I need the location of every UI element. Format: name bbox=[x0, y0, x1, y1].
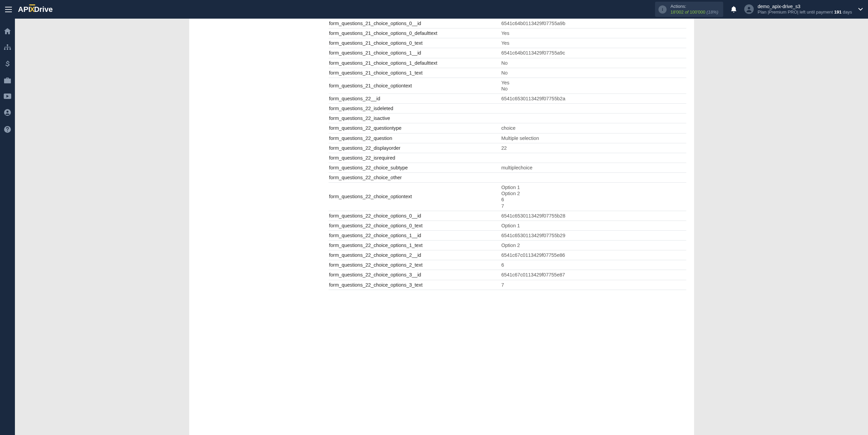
row-key: form_questions_22_choice_optiontext bbox=[329, 183, 501, 211]
sidebar-connections-icon[interactable] bbox=[0, 43, 15, 52]
row-value: choice bbox=[501, 123, 686, 133]
actions-label: Actions: bbox=[671, 4, 718, 9]
table-row: form_questions_22_choice_options_1__id65… bbox=[329, 230, 686, 240]
row-key: form_questions_21_choice_options_1_text bbox=[329, 68, 501, 78]
row-key: form_questions_21_choice_optiontext bbox=[329, 78, 501, 94]
hamburger-menu-icon[interactable] bbox=[5, 7, 12, 12]
key-value-table: form_questions_21_choice_options_0__id65… bbox=[329, 19, 686, 290]
notifications-bell-icon[interactable] bbox=[731, 6, 737, 13]
table-row: form_questions_22_choice_subtypemultiple… bbox=[329, 163, 686, 172]
row-key: form_questions_22_displayorder bbox=[329, 143, 501, 153]
row-value: 6541c6530113429f07755b2a bbox=[501, 94, 686, 104]
row-key: form_questions_21_choice_options_1__id bbox=[329, 48, 501, 58]
row-value: multiplechoice bbox=[501, 163, 686, 172]
table-row: form_questions_22_choice_options_0_textO… bbox=[329, 221, 686, 230]
logo-text-x: X bbox=[30, 5, 35, 14]
row-key: form_questions_22_question bbox=[329, 133, 501, 143]
avatar-icon bbox=[744, 4, 754, 14]
data-table-wrapper: form_questions_21_choice_options_0__id65… bbox=[329, 19, 686, 290]
row-key: form_questions_22_choice_other bbox=[329, 173, 501, 183]
chevron-down-icon[interactable] bbox=[858, 8, 863, 11]
row-key: form_questions_22_choice_options_3_text bbox=[329, 280, 501, 290]
content-panel: form_questions_21_choice_options_0__id65… bbox=[189, 19, 694, 435]
svg-rect-0 bbox=[5, 7, 12, 7]
table-row: form_questions_22_isdeleted bbox=[329, 104, 686, 113]
row-value: Yes bbox=[501, 38, 686, 48]
table-row: form_questions_21_choice_optiontextYes N… bbox=[329, 78, 686, 94]
sidebar-home-icon[interactable] bbox=[0, 27, 15, 36]
top-header: APIXDrive Actions: 18'002 of 100'000 (18… bbox=[0, 0, 868, 19]
sidebar-help-icon[interactable] bbox=[0, 125, 15, 134]
row-key: form_questions_22_isactive bbox=[329, 113, 501, 123]
table-row: form_questions_22_displayorder22 bbox=[329, 143, 686, 153]
row-value bbox=[501, 153, 686, 163]
row-value: 6541c6530113429f07755b29 bbox=[501, 230, 686, 240]
row-key: form_questions_22_choice_options_0__id bbox=[329, 211, 501, 221]
table-row: form_questions_21_choice_options_0__id65… bbox=[329, 19, 686, 28]
actions-used: 18'002 bbox=[671, 9, 684, 15]
sidebar-youtube-icon[interactable] bbox=[0, 92, 15, 100]
row-key: form_questions_22__id bbox=[329, 94, 501, 104]
actions-total: 100'000 bbox=[690, 9, 705, 15]
row-value: 6541c64b0113429f07755a9b bbox=[501, 19, 686, 28]
row-key: form_questions_22_choice_options_1_text bbox=[329, 241, 501, 250]
svg-rect-1 bbox=[5, 9, 12, 10]
row-value: Yes No bbox=[501, 78, 686, 94]
sidebar-billing-icon[interactable] bbox=[0, 59, 15, 69]
svg-rect-9 bbox=[9, 48, 11, 50]
table-row: form_questions_22_choice_optiontextOptio… bbox=[329, 183, 686, 211]
content-area: form_questions_21_choice_options_0__id65… bbox=[15, 19, 868, 435]
user-name: demo_apix-drive_s3 bbox=[758, 3, 852, 9]
user-account-block[interactable]: demo_apix-drive_s3 Plan |Premium PRO| le… bbox=[744, 3, 852, 15]
sidebar-briefcase-icon[interactable] bbox=[0, 76, 15, 85]
row-value: Option 1 bbox=[501, 221, 686, 230]
row-value bbox=[501, 104, 686, 113]
user-info-text: demo_apix-drive_s3 Plan |Premium PRO| le… bbox=[758, 3, 852, 15]
svg-point-12 bbox=[6, 111, 8, 113]
row-value: Multiple selection bbox=[501, 133, 686, 143]
row-key: form_questions_22_isdeleted bbox=[329, 104, 501, 113]
actions-usage-box[interactable]: Actions: 18'002 of 100'000 (18%) bbox=[655, 2, 723, 17]
logo-text-api: API bbox=[18, 5, 31, 14]
svg-rect-8 bbox=[7, 48, 8, 50]
row-key: form_questions_21_choice_options_0_defau… bbox=[329, 28, 501, 38]
row-key: form_questions_22_choice_options_2__id bbox=[329, 250, 501, 260]
table-row: form_questions_21_choice_options_1_textN… bbox=[329, 68, 686, 78]
svg-point-14 bbox=[7, 131, 8, 131]
user-plan: Plan |Premium PRO| left until payment 19… bbox=[758, 9, 852, 15]
actions-percent: (18%) bbox=[707, 9, 718, 15]
svg-rect-6 bbox=[7, 44, 8, 46]
row-value: 6541c64b0113429f07755a9c bbox=[501, 48, 686, 58]
table-row: form_questions_22_choice_options_2_text6 bbox=[329, 260, 686, 270]
row-value bbox=[501, 113, 686, 123]
row-value: 6541c6530113429f07755b28 bbox=[501, 211, 686, 221]
row-key: form_questions_22_isrequired bbox=[329, 153, 501, 163]
actions-text: Actions: 18'002 of 100'000 (18%) bbox=[671, 4, 718, 15]
table-row: form_questions_22_choice_options_0__id65… bbox=[329, 211, 686, 221]
table-row: form_questions_22__id6541c6530113429f077… bbox=[329, 94, 686, 104]
row-value: 6 bbox=[501, 260, 686, 270]
row-value: 22 bbox=[501, 143, 686, 153]
row-key: form_questions_22_choice_subtype bbox=[329, 163, 501, 172]
table-row: form_questions_22_choice_options_3__id65… bbox=[329, 270, 686, 280]
brand-logo[interactable]: APIXDrive bbox=[18, 5, 53, 14]
key-value-tbody: form_questions_21_choice_options_0__id65… bbox=[329, 19, 686, 290]
row-key: form_questions_22_choice_options_3__id bbox=[329, 270, 501, 280]
row-value: Option 2 bbox=[501, 241, 686, 250]
table-row: form_questions_22_choice_options_2__id65… bbox=[329, 250, 686, 260]
row-key: form_questions_21_choice_options_0_text bbox=[329, 38, 501, 48]
sidebar-profile-icon[interactable] bbox=[0, 108, 15, 117]
row-key: form_questions_21_choice_options_1_defau… bbox=[329, 58, 501, 68]
row-value: Option 1 Option 2 6 7 bbox=[501, 183, 686, 211]
table-row: form_questions_21_choice_options_0_defau… bbox=[329, 28, 686, 38]
row-value: No bbox=[501, 58, 686, 68]
row-value: Yes bbox=[501, 28, 686, 38]
svg-point-3 bbox=[662, 8, 663, 8]
svg-rect-7 bbox=[4, 48, 5, 50]
svg-rect-2 bbox=[5, 12, 12, 12]
row-key: form_questions_22_choice_options_2_text bbox=[329, 260, 501, 270]
table-row: form_questions_22_questiontypechoice bbox=[329, 123, 686, 133]
left-sidebar bbox=[0, 19, 15, 435]
table-row: form_questions_22_choice_options_1_textO… bbox=[329, 241, 686, 250]
row-key: form_questions_22_choice_options_1__id bbox=[329, 230, 501, 240]
